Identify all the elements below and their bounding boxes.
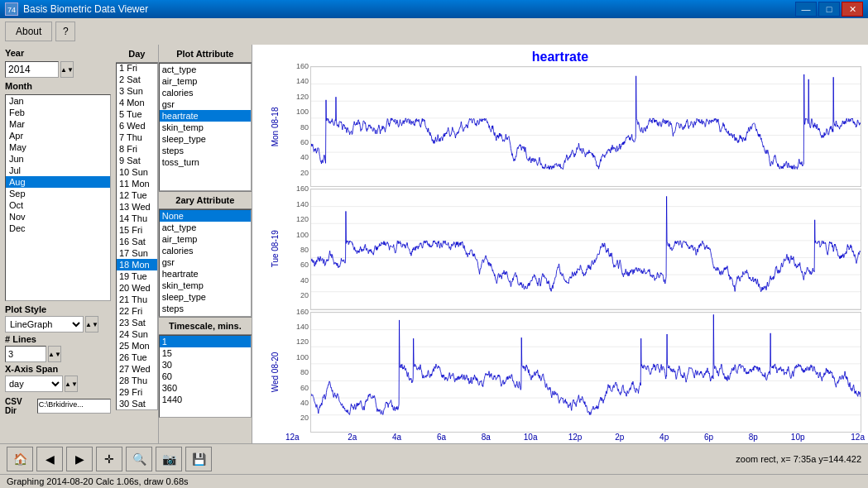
month-item[interactable]: Feb [6,107,110,118]
chart-box[interactable] [310,66,861,187]
attr2-item[interactable]: sleep_type [160,291,251,303]
day-item[interactable]: 30 Sat [117,398,157,409]
day-item[interactable]: 19 Tue [117,270,157,282]
timescale-item[interactable]: 1440 [160,394,251,405]
attr2-item[interactable]: calories [160,245,251,256]
attr-item[interactable]: sleep_type [160,133,251,145]
month-item[interactable]: Nov [6,211,110,222]
y-tick: 80 [300,246,309,254]
month-item[interactable]: Apr [6,130,110,141]
timescale-item[interactable]: 360 [160,382,251,394]
day-item[interactable]: 21 Thu [117,294,157,305]
attr2-item[interactable]: act_type [160,222,251,233]
attr-listbox[interactable]: act_typeair_tempcaloriesgsrheartrateskin… [159,63,252,191]
attr2-item[interactable]: gsr [160,256,251,268]
day-item[interactable]: 16 Sat [117,236,157,247]
day-item[interactable]: 9 Sat [117,155,157,166]
xaxis-select[interactable]: day [5,376,63,392]
minimize-button[interactable]: — [795,2,817,17]
day-item[interactable]: 24 Sun [117,328,157,340]
timescale-item[interactable]: 60 [160,371,251,382]
attr-item[interactable]: steps [160,145,251,156]
day-item[interactable]: 29 Fri [117,386,157,398]
day-item[interactable]: 2 Sat [117,74,157,85]
month-item[interactable]: Jun [6,153,110,165]
attr-item[interactable]: air_temp [160,75,251,87]
year-spin-button[interactable]: ▲▼ [60,61,74,78]
day-item[interactable]: 1 Fri [117,63,157,74]
lines-input[interactable] [5,346,46,362]
day-item[interactable]: 20 Wed [117,282,157,294]
month-item[interactable]: Oct [6,199,110,211]
timescale-listbox[interactable]: 11530603601440 [159,335,252,418]
plot-style-select[interactable]: LineGraph [5,316,84,333]
help-button[interactable]: ? [55,22,75,41]
chart-box[interactable] [310,312,861,433]
attr2-item[interactable]: None [160,210,251,222]
attr2-item[interactable]: air_temp [160,233,251,245]
attr2-listbox[interactable]: Noneact_typeair_tempcaloriesgsrheartrate… [159,209,252,317]
forward-button[interactable]: ▶ [66,447,93,471]
day-item[interactable]: 13 Wed [117,201,157,213]
maximize-button[interactable]: □ [818,2,840,17]
about-button[interactable]: About [5,22,52,41]
day-item[interactable]: 12 Tue [117,189,157,201]
day-item[interactable]: 27 Wed [117,363,157,375]
month-listbox[interactable]: JanFebMarAprMayJunJulAugSepOctNovDec [5,94,111,301]
camera-button[interactable]: 📷 [156,447,182,471]
day-item[interactable]: 6 Wed [117,120,157,132]
day-item[interactable]: 18 Mon [117,259,157,270]
y-tick: 100 [296,108,309,116]
plot-style-spin[interactable]: ▲▼ [85,316,98,333]
attr-item[interactable]: skin_temp [160,122,251,133]
month-item[interactable]: Sep [6,188,110,199]
day-item[interactable]: 4 Mon [117,97,157,108]
attr-item[interactable]: toss_turn [160,156,251,168]
zoom-button[interactable]: 🔍 [126,447,152,471]
attr-item[interactable]: calories [160,87,251,98]
attr-item[interactable]: act_type [160,64,251,75]
day-item[interactable]: 23 Sat [117,317,157,328]
month-item[interactable]: May [6,141,110,153]
day-item[interactable]: 26 Tue [117,352,157,363]
month-item[interactable]: Jul [6,165,110,176]
timescale-item[interactable]: 15 [160,347,251,359]
back-button[interactable]: ◀ [36,447,63,471]
timescale-item[interactable]: 30 [160,359,251,371]
day-item[interactable]: 3 Sun [117,85,157,97]
move-button[interactable]: ✛ [96,447,122,471]
day-item[interactable]: 15 Fri [117,224,157,236]
chart-box[interactable] [310,189,861,309]
month-item[interactable]: Mar [6,118,110,130]
attr2-item[interactable]: skin_temp [160,280,251,291]
month-item[interactable]: Aug [6,176,110,188]
attr-item[interactable]: gsr [160,98,251,110]
attr2-item[interactable]: steps [160,303,251,314]
day-item[interactable]: 11 Mon [117,178,157,189]
attr2-item[interactable]: heartrate [160,268,251,280]
close-button[interactable]: ✕ [842,2,863,17]
year-input[interactable] [5,61,59,78]
day-item[interactable]: 7 Thu [117,132,157,143]
attr-item[interactable]: heartrate [160,110,251,122]
timescale-item[interactable]: 1 [160,336,251,347]
month-item[interactable]: Jan [6,95,110,107]
day-item[interactable]: 10 Sun [117,166,157,178]
chart-row: Tue 08-1916014012010080604020 [259,189,861,309]
day-item[interactable]: 22 Fri [117,305,157,317]
save-button[interactable]: 💾 [185,447,212,471]
day-item[interactable]: 8 Fri [117,143,157,155]
lines-spin[interactable]: ▲▼ [48,346,61,362]
day-item[interactable]: 28 Thu [117,375,157,386]
day-listbox[interactable]: 1 Fri2 Sat3 Sun4 Mon5 Tue6 Wed7 Thu8 Fri… [116,63,158,410]
day-item[interactable]: 5 Tue [117,108,157,120]
home-button[interactable]: 🏠 [7,447,33,471]
toolbar: 🏠 ◀ ▶ ✛ 🔍 📷 💾 zoom rect, x= 7:35a y=144.… [0,443,868,474]
day-item[interactable]: 14 Thu [117,213,157,224]
timescale-header: Timescale, mins. [159,317,252,335]
month-item[interactable]: Dec [6,222,110,234]
day-item[interactable]: 17 Sun [117,247,157,259]
xaxis-spin[interactable]: ▲▼ [65,376,78,392]
plot-style-label: Plot Style [5,304,111,314]
day-item[interactable]: 25 Mon [117,340,157,352]
